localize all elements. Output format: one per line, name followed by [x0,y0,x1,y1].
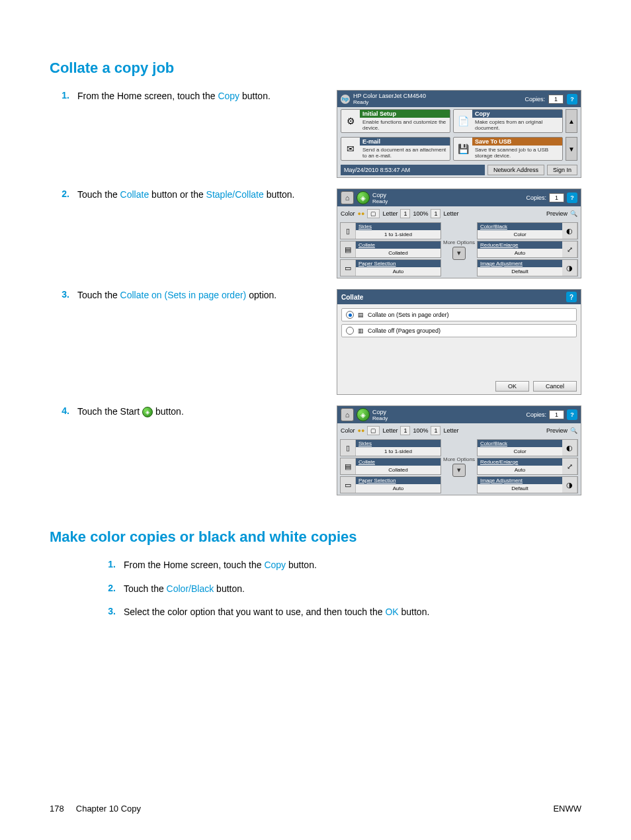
letter-label-2: Letter [443,210,458,217]
preview-button[interactable]: Preview [546,210,568,217]
image-val: Default [478,267,562,276]
network-address-button[interactable]: Network Address [487,165,544,175]
letter-label: Letter [382,427,398,434]
scroll-down-icon[interactable]: ▼ [566,137,577,161]
count-1: 1 [400,426,410,435]
sign-in-button[interactable]: Sign In [547,165,577,175]
magnifier-icon[interactable]: 🔍 [570,210,577,217]
sides-icon: ▯ [341,440,356,456]
scroll-up-icon[interactable]: ▲ [566,109,577,133]
s2-step1-link: Copy [264,560,286,570]
home-icon[interactable]: ⌂ [341,408,354,421]
image-title: Image Adjustment [478,260,562,267]
radio-collate-off[interactable]: ▥ Collate off (Pages grouped) [341,324,577,337]
chapter-label: Chapter 10 Copy [76,804,141,814]
paper-title: Paper Selection [356,260,441,267]
paper-icon: ▭ [341,260,356,276]
sides-title: Sides [356,440,441,447]
more-down-icon[interactable]: ▾ [452,247,466,260]
s2-step1-number: 1. [96,559,116,569]
sides-icon: ▯ [341,223,356,239]
s2-step2-text: Touch the Color/Black button. [124,583,581,596]
opt-colorblack[interactable]: Color/BlackColor◐ [477,222,578,239]
page-icon: ▢ [367,426,380,435]
start-icon[interactable]: ◈ [357,191,370,204]
step4-post: button. [153,406,184,417]
paper-val: Auto [356,484,441,493]
radio-collate-on[interactable]: ▤ Collate on (Sets in page order) [341,308,577,321]
s2-step1-text: From the Home screen, touch the Copy but… [124,559,581,572]
paper-title: Paper Selection [356,477,441,484]
tile-copy[interactable]: 📄 Copy Make copies from an original docu… [453,109,563,133]
timestamp: May/24/2010 8:53:47 AM [341,165,485,175]
tile-save-usb[interactable]: 💾 Save To USB Save the scanned job to a … [453,137,563,161]
opt-paper[interactable]: ▭Paper SelectionAuto [340,476,441,493]
tile-email[interactable]: ✉ E-mail Send a document as an attachmen… [341,137,450,161]
colorblack-title: Color/Black [478,223,562,230]
count-2: 1 [431,426,441,435]
opt-image[interactable]: Image AdjustmentDefault◑ [477,476,578,493]
opt-collate[interactable]: ▤CollateCollated [340,458,441,475]
step2-link-staple: Staple/Collate [206,189,264,200]
step2-post: button. [264,189,295,200]
colorblack-val: Color [478,230,562,239]
tile-usb-title: Save To USB [472,138,562,146]
opt-image[interactable]: Image AdjustmentDefault◑ [477,259,578,276]
reduce-val: Auto [478,466,562,474]
home-screen-screenshot: hp HP Color LaserJet CM4540 Ready Copies… [337,90,581,178]
s2-step3-post: button. [399,607,430,617]
help-icon[interactable]: ? [567,94,577,105]
cancel-button[interactable]: Cancel [533,381,577,392]
s2-step2-link: Color/Black [167,583,214,594]
step3-text: Touch the Collate on (Sets in page order… [77,289,302,302]
footer-right: ENWW [553,804,581,814]
preview-button[interactable]: Preview [546,427,568,434]
collate-off-label: Collate off (Pages grouped) [368,327,441,334]
collate-on-icon: ▤ [358,312,364,318]
step4-number: 4. [50,405,69,416]
tile-initial-title: Initial Setup [360,110,450,118]
collate-title: Collate [356,241,441,249]
email-icon: ✉ [341,138,360,160]
reduce-icon: ⤢ [562,458,577,474]
magnifier-icon[interactable]: 🔍 [570,427,577,434]
image-val: Default [478,484,562,493]
tile-copy-title: Copy [472,110,562,118]
image-icon: ◑ [562,260,577,276]
opt-reduce[interactable]: Reduce/EnlargeAuto⤢ [477,241,578,258]
more-down-icon[interactable]: ▾ [452,464,466,477]
more-options-label: More Options [443,239,475,245]
co-copies-val: 1 [549,410,564,419]
collate-icon: ▤ [341,458,356,474]
collate-icon: ▤ [341,241,356,257]
home-icon[interactable]: ⌂ [341,191,354,204]
s2-step2-post: button. [214,583,245,594]
help-icon[interactable]: ? [567,192,577,203]
opt-paper[interactable]: ▭Paper SelectionAuto [340,259,441,276]
opt-colorblack[interactable]: Color/BlackColor◐ [477,439,578,456]
help-icon[interactable]: ? [566,292,577,302]
radio-icon [346,327,354,335]
start-icon[interactable]: ◈ [357,408,370,421]
co-ready: Ready [372,198,388,204]
count-2: 1 [431,209,441,218]
color-balls-icon: ●● [358,427,365,434]
paper-val: Auto [356,267,441,276]
opt-collate[interactable]: ▤CollateCollated [340,241,441,258]
wrench-icon: ⚙ [341,110,360,132]
reduce-title: Reduce/Enlarge [478,458,562,466]
help-icon[interactable]: ? [567,409,577,420]
count-1: 1 [400,209,410,218]
collate-on-label: Collate on (Sets in page order) [368,312,449,318]
opt-sides[interactable]: ▯Sides1 to 1-sided [340,439,441,456]
colorblack-val: Color [478,447,562,456]
collate-off-icon: ▥ [358,327,364,334]
step2-mid: button or the [149,189,206,200]
tile-initial-setup[interactable]: ⚙ Initial Setup Enable functions and cus… [341,109,450,133]
reduce-icon: ⤢ [562,241,577,257]
ok-button[interactable]: OK [495,381,529,392]
tile-usb-desc: Save the scanned job to a USB storage de… [472,146,562,160]
opt-reduce[interactable]: Reduce/EnlargeAuto⤢ [477,458,578,475]
opt-sides[interactable]: ▯Sides1 to 1-sided [340,222,441,239]
tile-email-title: E-mail [360,138,450,146]
